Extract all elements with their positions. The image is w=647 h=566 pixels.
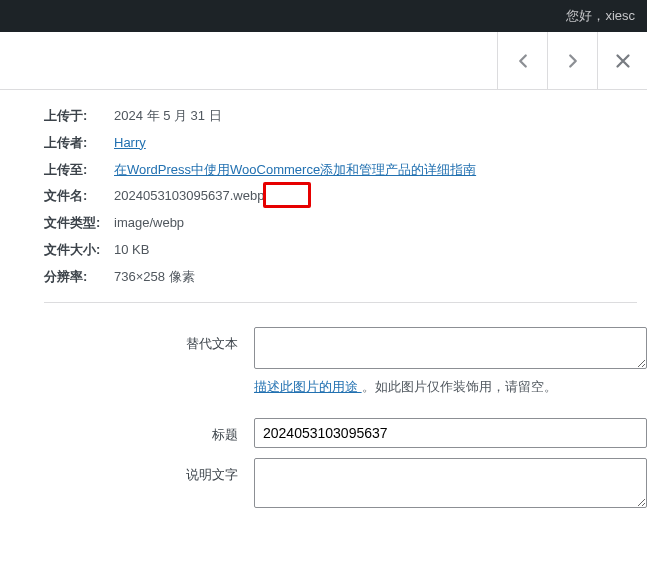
meta-filetype: 文件类型: image/webp — [44, 213, 647, 234]
filename-label: 文件名: — [44, 186, 114, 207]
meta-filename: 文件名: 2024053103095637.webp — [44, 186, 647, 207]
chevron-left-icon — [512, 50, 534, 72]
uploaded-to-link[interactable]: 在WordPress中使用WooCommerce添加和管理产品的详细指南 — [114, 162, 476, 177]
caption-label: 说明文字 — [44, 458, 254, 484]
filename-value: 2024053103095637.webp — [114, 188, 264, 203]
filetype-value: image/webp — [114, 213, 184, 234]
meta-filesize: 文件大小: 10 KB — [44, 240, 647, 261]
filesize-value: 10 KB — [114, 240, 149, 261]
alt-help-link[interactable]: 描述此图片的用途 — [254, 379, 362, 394]
uploader-label: 上传者: — [44, 133, 114, 154]
meta-uploaded-to: 上传至: 在WordPress中使用WooCommerce添加和管理产品的详细指… — [44, 160, 647, 181]
uploaded-to-label: 上传至: — [44, 160, 114, 181]
uploaded-on-label: 上传于: — [44, 106, 114, 127]
meta-resolution: 分辨率: 736×258 像素 — [44, 267, 647, 288]
uploaded-on-value: 2024 年 5 月 31 日 — [114, 106, 222, 127]
admin-topbar: 您好，xiesc — [0, 0, 647, 32]
prev-button[interactable] — [497, 32, 547, 89]
filetype-label: 文件类型: — [44, 213, 114, 234]
close-icon — [612, 50, 634, 72]
uploader-link[interactable]: Harry — [114, 135, 146, 150]
next-button[interactable] — [547, 32, 597, 89]
media-nav-toolbar — [0, 32, 647, 90]
highlight-annotation — [263, 182, 311, 208]
alt-help-rest: 。如此图片仅作装饰用，请留空。 — [362, 379, 557, 394]
title-row: 标题 — [44, 418, 647, 448]
meta-uploaded-on: 上传于: 2024 年 5 月 31 日 — [44, 106, 647, 127]
filesize-label: 文件大小: — [44, 240, 114, 261]
resolution-value: 736×258 像素 — [114, 267, 195, 288]
alt-text-row: 替代文本 描述此图片的用途 。如此图片仅作装饰用，请留空。 — [44, 327, 647, 408]
caption-row: 说明文字 — [44, 458, 647, 511]
title-label: 标题 — [44, 418, 254, 444]
meta-uploader: 上传者: Harry — [44, 133, 647, 154]
attachment-details: 上传于: 2024 年 5 月 31 日 上传者: Harry 上传至: 在Wo… — [0, 90, 647, 511]
alt-help-text: 描述此图片的用途 。如此图片仅作装饰用，请留空。 — [254, 378, 647, 396]
greeting-text: 您好，xiesc — [566, 7, 635, 25]
alt-text-input[interactable] — [254, 327, 647, 369]
title-input[interactable] — [254, 418, 647, 448]
close-button[interactable] — [597, 32, 647, 89]
caption-input[interactable] — [254, 458, 647, 508]
chevron-right-icon — [562, 50, 584, 72]
divider — [44, 302, 637, 303]
resolution-label: 分辨率: — [44, 267, 114, 288]
alt-text-label: 替代文本 — [44, 327, 254, 353]
